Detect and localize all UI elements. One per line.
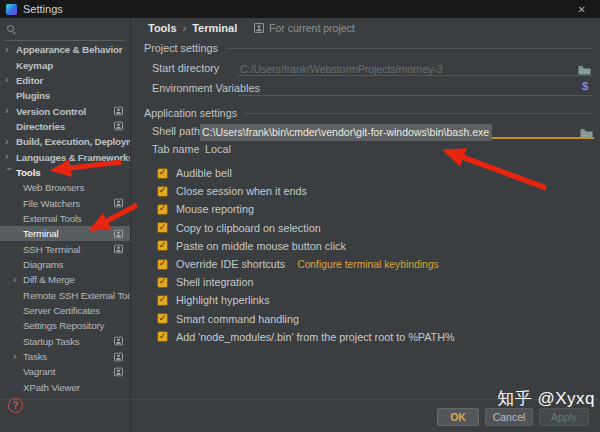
sidebar-item-diff-merge[interactable]: › Diff & Merge [0, 272, 130, 287]
checkbox-checked-icon[interactable]: ✓ [157, 331, 168, 342]
checkbox-checked-icon[interactable]: ✓ [157, 277, 168, 288]
shell-path-field[interactable]: C:\Users\frank\bin\cmder\vendor\git-for-… [200, 122, 594, 139]
configure-keybindings-link[interactable]: Configure terminal keybindings [297, 259, 438, 270]
start-directory-value: C:/Users/frank/WebstormProjects/morney-3 [238, 62, 443, 77]
checkbox-checked-icon[interactable]: ✓ [157, 222, 168, 233]
apply-button-disabled: Apply [539, 408, 589, 426]
sidebar-item-tools[interactable]: › Tools [0, 165, 130, 180]
sidebar-item-xpath-viewer[interactable]: XPath Viewer [0, 380, 130, 395]
sidebar-item-label: Diff & Merge [23, 274, 75, 285]
section-application-settings: Application settings [144, 106, 593, 120]
chevron-right-icon[interactable]: › [5, 136, 13, 147]
sidebar-item-diagrams[interactable]: Diagrams [0, 257, 130, 272]
sidebar-item-editor[interactable]: › Editor [0, 73, 130, 88]
option-add-node-modules-bin-from-the-project-root-to-path[interactable]: ✓ Add 'node_modules/.bin' from the proje… [157, 328, 600, 346]
cancel-button[interactable]: Cancel [485, 408, 533, 426]
option-shell-integration[interactable]: ✓ Shell integration [157, 273, 600, 291]
chevron-right-icon[interactable]: › [13, 350, 21, 361]
option-mouse-reporting[interactable]: ✓ Mouse reporting [157, 200, 600, 218]
checkbox-checked-icon[interactable]: ✓ [157, 204, 168, 215]
settings-search-input[interactable] [5, 22, 125, 41]
check-mark-icon: ✓ [159, 186, 167, 195]
sidebar-item-server-certificates[interactable]: Server Certificates [0, 303, 130, 318]
checkbox-label[interactable]: Close session when it ends [176, 185, 307, 197]
checkbox-label[interactable]: Add 'node_modules/.bin' from the project… [176, 331, 455, 343]
chevron-right-icon[interactable]: › [5, 105, 13, 116]
sidebar-item-label: Languages & Frameworks [16, 152, 130, 163]
checkbox-label[interactable]: Copy to clipboard on selection [176, 222, 321, 234]
sidebar-item-ssh-terminal[interactable]: SSH Terminal [0, 241, 130, 256]
option-smart-command-handling[interactable]: ✓ Smart command handling [157, 310, 600, 328]
scope-indicator: For current project [254, 21, 355, 35]
chevron-down-icon[interactable]: › [4, 167, 15, 175]
option-highlight-hyperlinks[interactable]: ✓ Highlight hyperlinks [157, 291, 600, 309]
sidebar-item-label: Diagrams [23, 259, 63, 270]
close-icon[interactable]: ✕ [570, 4, 594, 15]
project-level-icon [114, 352, 123, 361]
ok-button[interactable]: OK [437, 408, 479, 426]
option-override-ide-shortcuts[interactable]: ✓ Override IDE shortcuts Configure termi… [157, 255, 600, 273]
section-divider [245, 113, 593, 114]
tab-name-field[interactable]: Local [205, 140, 231, 158]
sidebar-item-external-tools[interactable]: External Tools [0, 211, 130, 226]
tab-name-label: Tab name [152, 140, 199, 158]
env-variables-icon[interactable]: $ [582, 80, 588, 92]
shell-path-label: Shell path [152, 122, 200, 140]
sidebar-item-tasks[interactable]: › Tasks [0, 349, 130, 364]
checkbox-label[interactable]: Highlight hyperlinks [176, 294, 270, 306]
scope-label: For current project [269, 22, 355, 34]
sidebar-item-build-execution-deployment[interactable]: › Build, Execution, Deployment [0, 134, 130, 149]
check-mark-icon: ✓ [159, 168, 167, 177]
option-copy-to-clipboard-on-selection[interactable]: ✓ Copy to clipboard on selection [157, 219, 600, 237]
breadcrumb-separator-icon: › [183, 22, 187, 34]
browse-folder-icon[interactable] [578, 61, 591, 79]
chevron-right-icon[interactable]: › [5, 151, 13, 162]
start-directory-field[interactable]: C:/Users/frank/WebstormProjects/morney-3 [238, 59, 592, 76]
chevron-right-icon[interactable]: › [5, 74, 13, 85]
breadcrumb-tools[interactable]: Tools [148, 22, 177, 34]
sidebar-item-web-browsers[interactable]: Web Browsers [0, 180, 130, 195]
sidebar-item-remote-ssh-external-tools[interactable]: Remote SSH External Tools [0, 288, 130, 303]
checkbox-label[interactable]: Shell integration [176, 276, 253, 288]
sidebar-item-keymap[interactable]: Keymap [0, 57, 130, 72]
chevron-right-icon[interactable]: › [13, 274, 21, 285]
sidebar-item-label: Vagrant [23, 366, 55, 377]
breadcrumb-terminal: Terminal [192, 22, 237, 34]
sidebar-item-appearance-behavior[interactable]: › Appearance & Behavior [0, 42, 130, 57]
sidebar-item-vagrant[interactable]: Vagrant [0, 364, 130, 379]
environment-variables-field[interactable]: $ [238, 79, 592, 96]
checkbox-label[interactable]: Mouse reporting [176, 203, 254, 215]
sidebar-item-terminal[interactable]: Terminal [0, 226, 130, 241]
sidebar-item-plugins[interactable]: Plugins [0, 88, 130, 103]
option-close-session-when-it-ends[interactable]: ✓ Close session when it ends [157, 182, 600, 200]
app-icon [6, 4, 17, 15]
sidebar-item-directories[interactable]: Directories [0, 119, 130, 134]
checkbox-checked-icon[interactable]: ✓ [157, 259, 168, 270]
sidebar-item-label: Tasks [23, 351, 47, 362]
project-level-icon [114, 107, 123, 116]
browse-folder-icon[interactable] [580, 124, 593, 142]
option-paste-on-middle-mouse-button-click[interactable]: ✓ Paste on middle mouse button click [157, 237, 600, 255]
checkbox-checked-icon[interactable]: ✓ [157, 168, 168, 179]
checkbox-checked-icon[interactable]: ✓ [157, 240, 168, 251]
checkbox-label[interactable]: Smart command handling [176, 313, 299, 325]
sidebar-item-label: Appearance & Behavior [16, 44, 122, 55]
checkbox-checked-icon[interactable]: ✓ [157, 186, 168, 197]
checkbox-checked-icon[interactable]: ✓ [157, 313, 168, 324]
sidebar-item-languages-frameworks[interactable]: › Languages & Frameworks [0, 149, 130, 164]
sidebar-item-version-control[interactable]: › Version Control [0, 103, 130, 118]
chevron-right-icon[interactable]: › [5, 44, 13, 55]
sidebar-item-settings-repository[interactable]: Settings Repository [0, 318, 130, 333]
project-level-icon [114, 199, 123, 208]
project-level-icon [114, 229, 123, 238]
checkbox-checked-icon[interactable]: ✓ [157, 295, 168, 306]
window-title: Settings [23, 3, 63, 15]
sidebar-item-label: Directories [16, 121, 65, 132]
checkbox-label[interactable]: Audible bell [176, 167, 232, 179]
sidebar-item-startup-tasks[interactable]: Startup Tasks [0, 334, 130, 349]
checkbox-label[interactable]: Paste on middle mouse button click [176, 240, 346, 252]
help-icon[interactable]: ? [8, 398, 23, 413]
sidebar-item-file-watchers[interactable]: File Watchers [0, 195, 130, 210]
checkbox-label[interactable]: Override IDE shortcuts [176, 258, 285, 270]
option-audible-bell[interactable]: ✓ Audible bell [157, 164, 600, 182]
